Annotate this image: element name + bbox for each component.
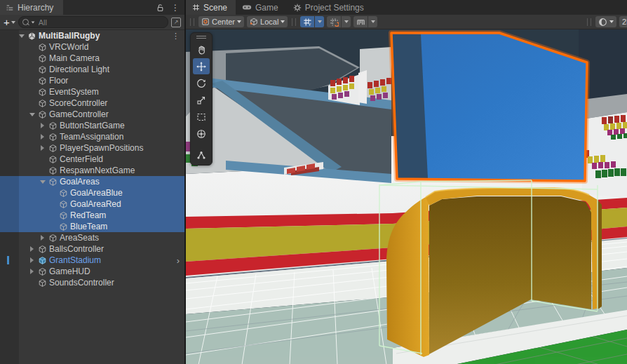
unity-editor-window: Hierarchy ⋮ + ↗ MultiBallRugby⋮VRCWorldM… (0, 0, 627, 364)
tool-strip-drag-handle[interactable] (191, 34, 211, 41)
lock-icon[interactable] (156, 4, 164, 12)
expand-arrow[interactable] (38, 131, 47, 142)
hierarchy-item-grantstadium[interactable]: GrantStadium› (0, 255, 184, 266)
hierarchy-item-respawnnextgame[interactable]: RespawnNextGame (0, 165, 184, 176)
cube-icon (47, 120, 58, 131)
rotate-tool-button[interactable] (193, 75, 210, 91)
hierarchy-item-vrcworld[interactable]: VRCWorld (0, 41, 184, 53)
row-menu-icon[interactable]: ⋮ (172, 32, 180, 41)
open-prefab-chevron[interactable]: › (177, 256, 180, 265)
2d-mode-button[interactable]: 2D (619, 16, 627, 27)
hierarchy-item-ballscontroller[interactable]: BallsController (0, 243, 184, 255)
hierarchy-item-goalareablue[interactable]: GoalAreaBlue (0, 187, 184, 198)
expand-arrow[interactable] (38, 142, 47, 154)
expand-arrow[interactable] (17, 30, 26, 41)
hierarchy-item-label: TeamAssignation (60, 132, 123, 142)
hierarchy-item-label: SoundsController (49, 278, 114, 288)
scene-tab-label: Scene (203, 3, 227, 13)
custom-tool-button[interactable] (193, 147, 210, 163)
arrow-spacer (38, 154, 47, 165)
hierarchy-icon (6, 4, 14, 12)
unit-snap-dropdown[interactable] (368, 16, 377, 27)
tab-scene[interactable]: Scene (186, 0, 236, 15)
create-object-button[interactable]: + (4, 17, 15, 27)
hierarchy-item-playerspawnpositions[interactable]: PlayerSpawnPositions (0, 142, 184, 154)
hierarchy-item-soundscontroller[interactable]: SoundsController (0, 277, 184, 288)
hierarchy-item-blueteam[interactable]: BlueTeam (0, 221, 184, 232)
toolbar-grip[interactable] (190, 18, 194, 26)
hierarchy-item-redteam[interactable]: RedTeam (0, 210, 184, 221)
arrow-spacer (27, 41, 36, 53)
pivot-mode-button[interactable]: Center (198, 16, 244, 27)
goal-area-blue-box[interactable] (391, 33, 587, 181)
expand-arrow[interactable] (38, 232, 47, 243)
expand-arrow[interactable] (38, 120, 47, 131)
increment-snap-button[interactable] (327, 16, 341, 27)
hierarchy-search[interactable] (18, 16, 168, 28)
move-tool-button[interactable] (193, 58, 210, 74)
expand-arrow[interactable] (27, 109, 36, 120)
hierarchy-item-areaseats[interactable]: AreaSeats (0, 232, 184, 243)
tab-game[interactable]: Game (236, 0, 287, 15)
hierarchy-item-main-camera[interactable]: Main Camera (0, 53, 184, 64)
hierarchy-item-multiballrugby[interactable]: MultiBallRugby⋮ (0, 30, 184, 41)
ruler-icon (356, 18, 365, 27)
arrow-spacer (48, 198, 58, 210)
hierarchy-item-label: VRCWorld (49, 42, 88, 52)
unity-icon (26, 30, 37, 41)
toolbar-grip[interactable] (292, 18, 296, 26)
hierarchy-item-centerfield[interactable]: CenterField (0, 154, 184, 165)
hierarchy-item-buttonstartgame[interactable]: ButtonStartGame (0, 120, 184, 131)
scene-viewport[interactable] (186, 29, 627, 364)
hierarchy-item-label: BlueTeam (70, 222, 107, 231)
scene-3d-render (186, 29, 627, 364)
orientation-button[interactable]: Local (247, 16, 288, 27)
hierarchy-item-eventsystem[interactable]: EventSystem (0, 86, 184, 97)
unit-snap-button[interactable] (353, 16, 368, 27)
scene-grid-icon (192, 4, 200, 11)
scene-tabbar: Scene Game Project Settings (186, 0, 627, 15)
hierarchy-item-scorecontroller[interactable]: ScoreController (0, 97, 184, 109)
shading-mode-button[interactable] (595, 16, 616, 27)
toolbar-grip[interactable] (587, 18, 591, 26)
expand-arrow[interactable] (38, 176, 47, 187)
search-filter-caret[interactable] (31, 21, 34, 23)
increment-snap-dropdown[interactable] (342, 16, 351, 27)
hierarchy-item-teamassignation[interactable]: TeamAssignation (0, 131, 184, 142)
grid-snap-dropdown[interactable] (315, 16, 324, 27)
transform-tool-button[interactable] (193, 126, 210, 142)
hierarchy-item-label: GameController (49, 109, 109, 119)
hierarchy-item-gamecontroller[interactable]: GameController (0, 109, 184, 120)
grid-snap-group: Y (300, 16, 324, 27)
expand-arrow[interactable] (27, 255, 36, 266)
hierarchy-item-label: BallsController (49, 244, 104, 254)
cube-icon (36, 53, 48, 64)
hierarchy-item-gamehud[interactable]: GameHUD (0, 266, 184, 277)
unit-snap-group (353, 16, 377, 27)
arrow-spacer (27, 64, 36, 75)
hierarchy-item-goalareared[interactable]: GoalAreaRed (0, 198, 184, 210)
hierarchy-tree: MultiBallRugby⋮VRCWorldMain CameraDirect… (0, 30, 184, 364)
tab-hierarchy[interactable]: Hierarchy (0, 0, 63, 15)
grid-snap-button[interactable]: Y (300, 16, 314, 27)
create-dropdown-caret (11, 21, 15, 24)
expand-arrow[interactable] (27, 243, 36, 255)
hierarchy-item-directional-light[interactable]: Directional Light (0, 64, 184, 75)
tab-project-settings[interactable]: Project Settings (287, 0, 372, 15)
rect-tool-button[interactable] (193, 109, 210, 125)
search-window-icon[interactable]: ↗ (171, 18, 181, 27)
expand-arrow[interactable] (27, 266, 36, 277)
arrow-spacer (48, 210, 58, 221)
cube-icon (36, 266, 48, 277)
orientation-label: Local (260, 18, 278, 26)
arrow-spacer (27, 277, 36, 288)
search-input[interactable] (37, 18, 164, 27)
hierarchy-item-goalareas[interactable]: GoalAreas (0, 176, 184, 187)
cube-icon (47, 131, 58, 142)
rotate-icon (196, 78, 207, 89)
panel-menu-icon[interactable]: ⋮ (171, 4, 180, 12)
scale-tool-button[interactable] (193, 92, 210, 108)
hierarchy-item-floor[interactable]: Floor (0, 75, 184, 86)
hand-tool-button[interactable] (193, 41, 210, 58)
gamepad-icon (242, 4, 252, 11)
